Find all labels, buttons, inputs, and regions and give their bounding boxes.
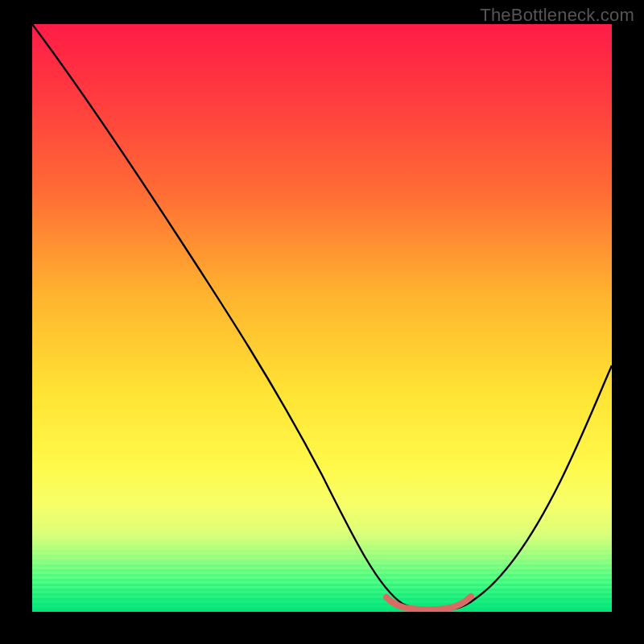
plot-area	[32, 24, 612, 612]
watermark-text: TheBottleneck.com	[480, 5, 634, 26]
chart-frame: TheBottleneck.com	[0, 0, 644, 644]
marker-path	[386, 597, 471, 610]
optimal-range-marker	[32, 24, 612, 612]
